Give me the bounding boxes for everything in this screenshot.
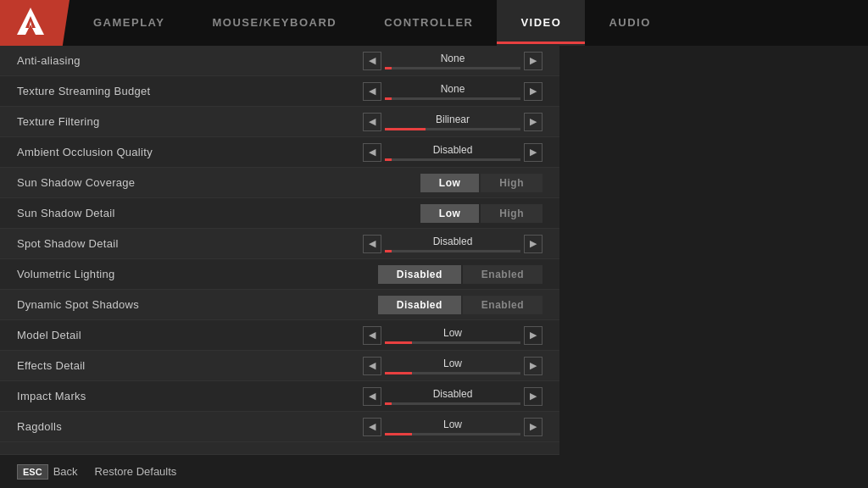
setting-label-dynamic-spot-shadows: Dynamic Spot Shadows [17,298,378,311]
left-arrow-spot-shadow-detail[interactable]: ◀ [363,235,381,253]
left-arrow-texture-streaming-budget[interactable]: ◀ [363,82,381,101]
slider-value-text-anti-aliasing: None [385,53,520,64]
slider-bar-model-detail[interactable] [385,341,520,344]
setting-control-ambient-occlusion-quality: ◀Disabled▶ [363,143,542,162]
setting-control-ragdolls: ◀Low▶ [363,418,542,436]
logo [0,0,70,46]
toggle-btn-sun-shadow-coverage-high[interactable]: High [481,174,542,192]
slider-fill-effects-detail [385,372,412,374]
setting-label-model-detail: Model Detail [17,329,363,341]
slider-bar-ragdolls[interactable] [385,433,520,435]
settings-scroll[interactable]: Anti-aliasing◀None▶Texture Streaming Bud… [0,46,559,454]
slider-fill-spot-shadow-detail [385,250,392,252]
left-arrow-anti-aliasing[interactable]: ◀ [363,52,381,70]
right-arrow-texture-filtering[interactable]: ▶ [524,113,542,131]
slider-bar-ambient-occlusion-quality[interactable] [385,158,520,161]
left-arrow-ambient-occlusion-quality[interactable]: ◀ [363,143,381,162]
setting-label-texture-filtering: Texture Filtering [17,115,363,128]
right-arrow-texture-streaming-budget[interactable]: ▶ [524,82,542,101]
setting-row-dynamic-spot-shadows: Dynamic Spot ShadowsDisabledEnabled [0,290,559,320]
right-arrow-spot-shadow-detail[interactable]: ▶ [524,235,542,253]
slider-bar-spot-shadow-detail[interactable] [385,250,520,252]
setting-control-volumetric-lighting: DisabledEnabled [378,265,542,284]
slider-fill-texture-filtering [385,128,426,130]
tab-gameplay[interactable]: GAMEPLAY [70,0,188,46]
setting-control-dynamic-spot-shadows: DisabledEnabled [378,296,542,314]
right-arrow-ambient-occlusion-quality[interactable]: ▶ [524,143,542,162]
back-label: Back [53,465,78,478]
restore-defaults-item[interactable]: Restore Defaults [95,465,177,478]
setting-control-impact-marks: ◀Disabled▶ [363,387,542,406]
slider-value-text-ragdolls: Low [385,419,520,430]
toggle-btn-sun-shadow-detail-high[interactable]: High [481,204,542,223]
slider-bar-effects-detail[interactable] [385,372,520,374]
setting-control-effects-detail: ◀Low▶ [363,357,542,375]
toggle-btn-sun-shadow-coverage-low[interactable]: Low [420,174,480,192]
tab-video[interactable]: VIDEO [497,0,585,46]
slider-value-box-model-detail: Low [385,327,520,344]
left-arrow-texture-filtering[interactable]: ◀ [363,113,381,131]
slider-value-text-model-detail: Low [385,327,520,339]
slider-bar-texture-filtering[interactable] [385,128,520,130]
slider-value-box-spot-shadow-detail: Disabled [385,236,520,252]
main-content: Anti-aliasing◀None▶Texture Streaming Bud… [0,46,868,488]
header: GAMEPLAY MOUSE/KEYBOARD CONTROLLER VIDEO… [0,0,868,46]
nav-tabs: GAMEPLAY MOUSE/KEYBOARD CONTROLLER VIDEO… [70,0,868,46]
footer: ESC Back Restore Defaults [0,454,559,488]
setting-control-spot-shadow-detail: ◀Disabled▶ [363,235,542,253]
setting-label-volumetric-lighting: Volumetric Lighting [17,268,378,280]
esc-key: ESC [17,464,48,480]
slider-value-text-ambient-occlusion-quality: Disabled [385,144,520,156]
left-arrow-impact-marks[interactable]: ◀ [363,387,381,406]
slider-bar-anti-aliasing[interactable] [385,67,520,69]
slider-fill-impact-marks [385,402,392,405]
setting-control-sun-shadow-coverage: LowHigh [420,174,542,192]
setting-row-impact-marks: Impact Marks◀Disabled▶ [0,381,559,412]
slider-fill-anti-aliasing [385,67,392,69]
setting-row-texture-streaming-budget: Texture Streaming Budget◀None▶ [0,76,559,107]
setting-row-texture-filtering: Texture Filtering◀Bilinear▶ [0,107,559,137]
tab-controller[interactable]: CONTROLLER [360,0,497,46]
slider-value-text-spot-shadow-detail: Disabled [385,236,520,247]
right-arrow-effects-detail[interactable]: ▶ [524,357,542,375]
back-item[interactable]: ESC Back [17,464,78,480]
setting-row-effects-detail: Effects Detail◀Low▶ [0,351,559,381]
right-arrow-impact-marks[interactable]: ▶ [524,387,542,406]
slider-value-box-texture-filtering: Bilinear [385,114,520,130]
setting-label-anti-aliasing: Anti-aliasing [17,54,363,67]
toggle-btn-dynamic-spot-shadows-disabled[interactable]: Disabled [378,296,461,314]
left-arrow-ragdolls[interactable]: ◀ [363,418,381,436]
slider-bar-texture-streaming-budget[interactable] [385,97,520,100]
slider-value-text-impact-marks: Disabled [385,388,520,400]
setting-row-ambient-occlusion-quality: Ambient Occlusion Quality◀Disabled▶ [0,137,559,168]
slider-fill-ragdolls [385,433,412,435]
slider-value-box-effects-detail: Low [385,358,520,374]
setting-label-ragdolls: Ragdolls [17,420,363,433]
slider-fill-model-detail [385,341,412,344]
toggle-btn-dynamic-spot-shadows-enabled[interactable]: Enabled [463,296,542,314]
setting-control-sun-shadow-detail: LowHigh [420,204,542,223]
slider-fill-texture-streaming-budget [385,97,392,100]
toggle-btn-sun-shadow-detail-low[interactable]: Low [420,204,480,223]
right-arrow-ragdolls[interactable]: ▶ [524,418,542,436]
right-arrow-anti-aliasing[interactable]: ▶ [524,52,542,70]
toggle-btn-volumetric-lighting-disabled[interactable]: Disabled [378,265,461,284]
left-arrow-model-detail[interactable]: ◀ [363,326,381,345]
slider-value-box-impact-marks: Disabled [385,388,520,405]
settings-panel: Anti-aliasing◀None▶Texture Streaming Bud… [0,46,559,488]
tab-mouse-keyboard[interactable]: MOUSE/KEYBOARD [188,0,360,46]
setting-row-ragdolls: Ragdolls◀Low▶ [0,412,559,442]
setting-row-model-detail: Model Detail◀Low▶ [0,320,559,351]
right-arrow-model-detail[interactable]: ▶ [524,326,542,345]
setting-label-effects-detail: Effects Detail [17,359,363,372]
setting-row-volumetric-lighting: Volumetric LightingDisabledEnabled [0,259,559,290]
setting-label-impact-marks: Impact Marks [17,390,363,402]
setting-label-texture-streaming-budget: Texture Streaming Budget [17,85,363,97]
setting-row-sun-shadow-coverage: Sun Shadow CoverageLowHigh [0,168,559,198]
left-arrow-effects-detail[interactable]: ◀ [363,357,381,375]
tab-audio[interactable]: AUDIO [585,0,674,46]
slider-bar-impact-marks[interactable] [385,402,520,405]
setting-label-ambient-occlusion-quality: Ambient Occlusion Quality [17,146,363,158]
toggle-btn-volumetric-lighting-enabled[interactable]: Enabled [463,265,542,284]
setting-label-spot-shadow-detail: Spot Shadow Detail [17,237,363,250]
